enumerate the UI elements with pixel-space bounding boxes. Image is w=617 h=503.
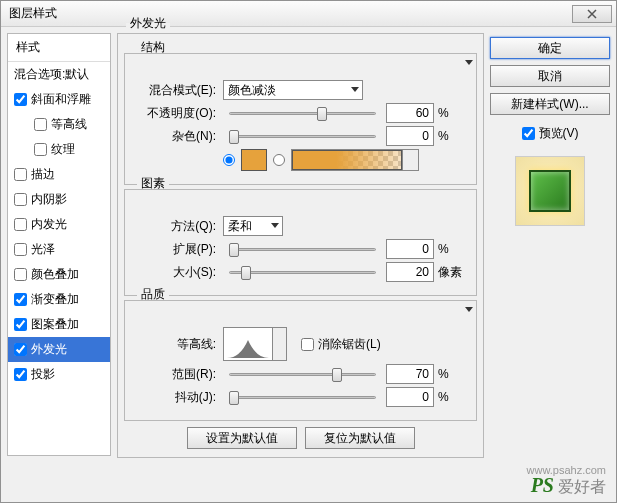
contour-curve-icon: [225, 330, 271, 360]
antialias-checkbox[interactable]: [301, 338, 314, 351]
chevron-down-icon: [351, 87, 359, 92]
spread-unit: %: [438, 242, 466, 256]
sidebar-item-7[interactable]: 颜色叠加: [8, 262, 110, 287]
layer-style-dialog: 图层样式 样式 混合选项:默认 斜面和浮雕等高线纹理描边内阴影内发光光泽颜色叠加…: [0, 0, 617, 503]
antialias-label: 消除锯齿(L): [318, 336, 381, 353]
size-input[interactable]: [386, 262, 434, 282]
contour-picker[interactable]: [223, 327, 273, 361]
sidebar-label-5: 内发光: [31, 216, 67, 233]
sidebar-label-2: 纹理: [51, 141, 75, 158]
opacity-input[interactable]: [386, 103, 434, 123]
gradient-picker[interactable]: [291, 149, 419, 171]
blend-mode-label: 混合模式(E):: [135, 82, 219, 99]
sidebar-checkbox-8[interactable]: [14, 293, 27, 306]
sidebar-header[interactable]: 样式: [8, 34, 110, 62]
sidebar-checkbox-3[interactable]: [14, 168, 27, 181]
sidebar-item-4[interactable]: 内阴影: [8, 187, 110, 212]
spread-label: 扩展(P):: [135, 241, 219, 258]
sidebar-label-10: 外发光: [31, 341, 67, 358]
sidebar-label-4: 内阴影: [31, 191, 67, 208]
noise-input[interactable]: [386, 126, 434, 146]
panel-title: 外发光: [130, 16, 166, 30]
technique-label: 方法(Q):: [135, 218, 219, 235]
sidebar-label-9: 图案叠加: [31, 316, 79, 333]
color-radio[interactable]: [223, 154, 235, 166]
range-input[interactable]: [386, 364, 434, 384]
noise-label: 杂色(N):: [135, 128, 219, 145]
ok-button[interactable]: 确定: [490, 37, 610, 59]
preview-thumbnail: [515, 156, 585, 226]
sidebar-checkbox-2[interactable]: [34, 143, 47, 156]
sidebar-label-6: 光泽: [31, 241, 55, 258]
quality-group: 品质 等高线: 消除锯齿(L) 范围(R):: [124, 300, 477, 421]
color-swatch[interactable]: [241, 149, 267, 171]
sidebar-checkbox-7[interactable]: [14, 268, 27, 281]
window-title: 图层样式: [9, 5, 57, 22]
chevron-down-icon: [465, 307, 473, 312]
contour-dropdown[interactable]: [273, 327, 287, 361]
jitter-slider[interactable]: [229, 388, 376, 406]
sidebar-checkbox-6[interactable]: [14, 243, 27, 256]
close-icon: [587, 9, 597, 19]
sidebar-checkbox-10[interactable]: [14, 343, 27, 356]
technique-select[interactable]: 柔和: [223, 216, 283, 236]
preview-gem-icon: [529, 170, 571, 212]
sidebar-item-8[interactable]: 渐变叠加: [8, 287, 110, 312]
sidebar-item-6[interactable]: 光泽: [8, 237, 110, 262]
main-panel: 外发光 结构 混合模式(E): 颜色减淡 不透明度(O):: [117, 33, 484, 456]
jitter-input[interactable]: [386, 387, 434, 407]
preview-checkbox[interactable]: [522, 127, 535, 140]
styles-sidebar: 样式 混合选项:默认 斜面和浮雕等高线纹理描边内阴影内发光光泽颜色叠加渐变叠加图…: [7, 33, 111, 456]
sidebar-item-0[interactable]: 斜面和浮雕: [8, 87, 110, 112]
sidebar-item-3[interactable]: 描边: [8, 162, 110, 187]
size-label: 大小(S):: [135, 264, 219, 281]
sidebar-checkbox-4[interactable]: [14, 193, 27, 206]
blend-options[interactable]: 混合选项:默认: [8, 62, 110, 87]
range-slider[interactable]: [229, 365, 376, 383]
noise-slider[interactable]: [229, 127, 376, 145]
new-style-button[interactable]: 新建样式(W)...: [490, 93, 610, 115]
opacity-unit: %: [438, 106, 466, 120]
quality-legend: 品质: [141, 287, 165, 301]
chevron-down-icon: [465, 60, 473, 65]
sidebar-checkbox-11[interactable]: [14, 368, 27, 381]
sidebar-item-10[interactable]: 外发光: [8, 337, 110, 362]
titlebar: 图层样式: [1, 1, 616, 27]
sidebar-label-8: 渐变叠加: [31, 291, 79, 308]
spread-input[interactable]: [386, 239, 434, 259]
watermark: PS 爱好者: [531, 474, 606, 498]
structure-group: 结构 混合模式(E): 颜色减淡 不透明度(O): %: [124, 53, 477, 185]
sidebar-checkbox-9[interactable]: [14, 318, 27, 331]
range-unit: %: [438, 367, 466, 381]
blend-mode-select[interactable]: 颜色减淡: [223, 80, 363, 100]
jitter-label: 抖动(J):: [135, 389, 219, 406]
sidebar-label-1: 等高线: [51, 116, 87, 133]
spread-slider[interactable]: [229, 240, 376, 258]
chevron-down-icon: [271, 223, 279, 228]
size-slider[interactable]: [229, 263, 376, 281]
sidebar-item-5[interactable]: 内发光: [8, 212, 110, 237]
opacity-label: 不透明度(O):: [135, 105, 219, 122]
sidebar-checkbox-0[interactable]: [14, 93, 27, 106]
ps-text: 爱好者: [558, 477, 606, 498]
make-default-button[interactable]: 设置为默认值: [187, 427, 297, 449]
sidebar-item-2[interactable]: 纹理: [8, 137, 110, 162]
noise-unit: %: [438, 129, 466, 143]
sidebar-item-9[interactable]: 图案叠加: [8, 312, 110, 337]
sidebar-checkbox-1[interactable]: [34, 118, 47, 131]
elements-group: 图素 方法(Q): 柔和 扩展(P): %: [124, 189, 477, 296]
sidebar-label-7: 颜色叠加: [31, 266, 79, 283]
opacity-slider[interactable]: [229, 104, 376, 122]
preview-label: 预览(V): [539, 125, 579, 142]
cancel-button[interactable]: 取消: [490, 65, 610, 87]
elements-legend: 图素: [141, 176, 165, 190]
sidebar-checkbox-5[interactable]: [14, 218, 27, 231]
size-unit: 像素: [438, 264, 466, 281]
sidebar-label-0: 斜面和浮雕: [31, 91, 91, 108]
gradient-radio[interactable]: [273, 154, 285, 166]
close-button[interactable]: [572, 5, 612, 23]
sidebar-item-11[interactable]: 投影: [8, 362, 110, 387]
jitter-unit: %: [438, 390, 466, 404]
reset-default-button[interactable]: 复位为默认值: [305, 427, 415, 449]
sidebar-item-1[interactable]: 等高线: [8, 112, 110, 137]
